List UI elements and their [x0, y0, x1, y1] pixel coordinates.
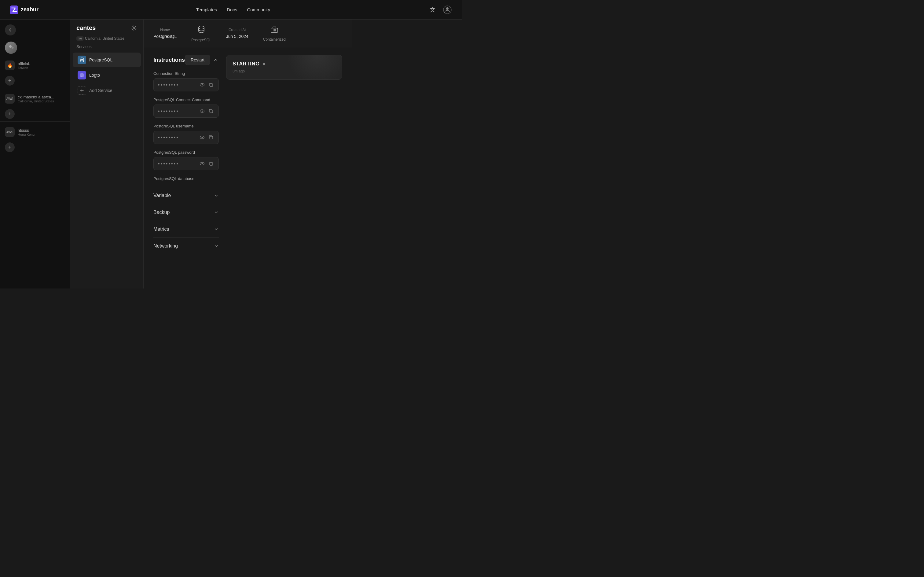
variable-title: Variable — [153, 193, 171, 198]
backup-chevron-icon — [214, 210, 219, 215]
status-indicator-dot — [263, 63, 265, 65]
project-region-2: California, United States — [18, 99, 55, 103]
project-name: official. — [18, 61, 30, 66]
status-label: STARTING — [233, 61, 260, 67]
language-icon[interactable]: 文 — [428, 5, 438, 15]
project-region: Taiwan — [18, 66, 30, 70]
password-input: •••••••• — [153, 157, 219, 170]
svg-text:L: L — [80, 74, 82, 77]
postgres-service-icon — [196, 24, 206, 36]
instructions-left: Instructions Restart — [153, 55, 219, 281]
connect-command-label: PostgreSQL Connect Command — [153, 97, 219, 102]
connection-string-show-button[interactable] — [199, 82, 205, 88]
password-label: PostgresSQL password — [153, 150, 219, 155]
field-username: PostgreSQL username •••••••• — [153, 124, 219, 144]
field-database: PostgresSQL database — [153, 176, 219, 181]
svg-rect-21 — [210, 136, 212, 139]
svg-point-11 — [199, 26, 204, 29]
navbar-actions: 文 — [428, 5, 452, 15]
metrics-section-header[interactable]: Metrics — [153, 226, 219, 232]
nav-community[interactable]: Community — [247, 7, 270, 12]
add-project-button-3[interactable]: + — [5, 142, 14, 152]
connect-command-copy-button[interactable] — [208, 108, 214, 114]
nav-links: Templates Docs Community — [196, 7, 270, 12]
instructions-area: Instructions Restart — [143, 47, 352, 288]
project-settings-button[interactable] — [130, 25, 137, 31]
created-label: Created At — [229, 28, 246, 32]
backup-section-header[interactable]: Backup — [153, 210, 219, 215]
svg-point-8 — [80, 58, 84, 60]
add-project-button[interactable]: + — [5, 76, 14, 85]
logto-service-name: Logto — [89, 73, 100, 77]
networking-section-header[interactable]: Networking — [153, 243, 219, 249]
svg-text:AWS: AWS — [79, 38, 82, 40]
username-show-button[interactable] — [199, 134, 205, 140]
container-icon — [270, 25, 279, 35]
info-name: Name PostgreSQL — [153, 28, 177, 39]
status-card: STARTING 0m ago — [226, 55, 342, 80]
navbar: zeabur Templates Docs Community 文 — [0, 0, 462, 19]
status-time: 0m ago — [233, 69, 336, 73]
username-label: PostgreSQL username — [153, 124, 219, 128]
sidebar-project-cantes[interactable]: AWS ckjlmascnx a asfca... California, Un… — [0, 91, 70, 106]
restart-button[interactable]: Restart — [185, 55, 210, 65]
nav-docs[interactable]: Docs — [227, 7, 237, 12]
networking-title: Networking — [153, 243, 178, 249]
username-copy-button[interactable] — [208, 134, 214, 140]
svg-point-5 — [133, 27, 135, 29]
project-title: cantes — [76, 24, 96, 31]
svg-point-2 — [446, 7, 449, 10]
postgresql-icon — [77, 56, 86, 64]
pg-icon-label: PostgreSQL — [191, 38, 211, 42]
service-item-logto[interactable]: L Logto — [73, 68, 141, 82]
svg-point-14 — [202, 84, 203, 85]
collapse-instructions-button[interactable] — [212, 57, 219, 63]
status-glow-effect — [287, 55, 342, 80]
info-pg-icon: PostgreSQL — [191, 24, 211, 42]
sidebar-avatar-row — [0, 39, 70, 56]
project-icon-3: AWS — [5, 127, 14, 137]
variable-section: Variable — [153, 187, 219, 204]
connection-string-dots: •••••••• — [158, 82, 196, 88]
database-label: PostgresSQL database — [153, 176, 219, 181]
svg-rect-15 — [210, 84, 212, 87]
service-item-postgresql[interactable]: PostgreSQL — [73, 53, 141, 67]
svg-point-17 — [202, 111, 203, 112]
add-project-button-2[interactable]: + — [5, 109, 14, 119]
project-icon-2: AWS — [5, 94, 14, 103]
sidebar-project-ntssss[interactable]: AWS ntssss Hong Kong — [0, 124, 70, 140]
logto-icon: L — [77, 71, 86, 79]
project-region-display: AWS California, United States — [70, 36, 143, 44]
project-header: cantes — [70, 24, 143, 36]
logo[interactable]: zeabur — [10, 5, 39, 14]
add-service-icon — [77, 86, 86, 95]
container-label: Containerized — [263, 37, 286, 42]
back-button[interactable] — [5, 24, 16, 35]
project-icon: 🔥 — [5, 61, 14, 70]
postgresql-service-name: PostgreSQL — [89, 58, 113, 62]
right-content: Name PostgreSQL PostgreSQL Created At — [143, 19, 352, 288]
left-sidebar: 🔥 official. Taiwan + AWS ckjlmascnx a as… — [0, 19, 70, 288]
sidebar-project-official[interactable]: 🔥 official. Taiwan — [0, 58, 70, 73]
connect-command-show-button[interactable] — [199, 108, 205, 114]
status-header: STARTING — [233, 61, 336, 67]
password-show-button[interactable] — [199, 160, 205, 167]
name-label: Name — [160, 28, 170, 32]
svg-point-3 — [9, 45, 11, 48]
metrics-section: Metrics — [153, 221, 219, 237]
project-region-3: Hong Kong — [18, 133, 35, 136]
user-avatar-icon[interactable] — [443, 5, 452, 15]
instructions-title: Instructions — [153, 57, 185, 63]
variable-section-header[interactable]: Variable — [153, 193, 219, 198]
svg-rect-24 — [210, 163, 212, 165]
connection-string-input: •••••••• — [153, 78, 219, 91]
password-copy-button[interactable] — [208, 160, 214, 167]
nav-templates[interactable]: Templates — [196, 7, 217, 12]
logo-text: zeabur — [21, 6, 39, 13]
connection-string-actions — [199, 82, 214, 88]
service-sidebar: cantes AWS California, United States — [70, 19, 143, 288]
connection-string-copy-button[interactable] — [208, 82, 214, 88]
add-service-button[interactable]: Add Service — [73, 83, 141, 98]
username-dots: •••••••• — [158, 135, 196, 140]
metrics-chevron-icon — [214, 227, 219, 232]
